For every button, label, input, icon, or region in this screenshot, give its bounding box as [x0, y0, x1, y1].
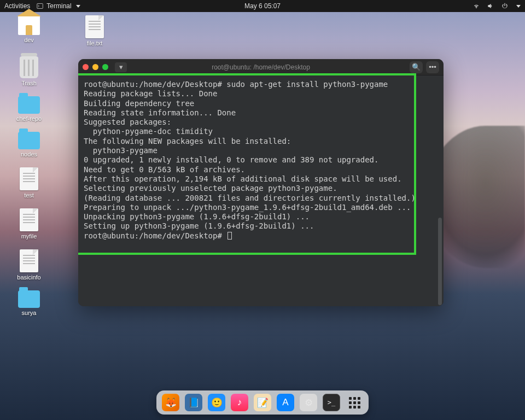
icon-label: chef-repo	[16, 115, 42, 122]
notes-icon: 📝	[257, 397, 269, 409]
terminal-titlebar[interactable]: ▾ root@ubuntu: /home/dev/Desktop 🔍 •••	[78, 59, 444, 75]
clock[interactable]: May 6 05:07	[244, 2, 281, 10]
gear-icon: ⚙	[305, 397, 313, 409]
new-tab-button[interactable]: ▾	[115, 62, 127, 72]
desktop-icon-dev[interactable]: dev	[10, 15, 48, 46]
desktop-icon-myfile[interactable]: myfile	[10, 208, 48, 240]
hamburger-menu-button[interactable]: •••	[426, 61, 439, 73]
icon-label: test	[24, 192, 34, 199]
dock: 🦊 📘 🙂 ♪ 📝 A ⚙ >_	[156, 390, 369, 415]
dock-app-appstore[interactable]: A	[277, 394, 294, 411]
chevron-down-icon	[76, 5, 80, 8]
window-minimize-button[interactable]	[92, 64, 98, 70]
finder-icon: 🙂	[211, 397, 223, 409]
folder-icon	[18, 132, 40, 149]
terminal-line: Preparing to unpack .../python3-pygame_1…	[84, 203, 411, 212]
terminal-icon: >_	[328, 399, 335, 406]
file-icon	[20, 249, 38, 272]
dock-app-finder[interactable]: 🙂	[208, 394, 225, 411]
dock-app-settings[interactable]: ⚙	[300, 394, 317, 411]
appstore-icon: A	[282, 397, 288, 408]
terminal-line: python-pygame-doc timidity	[84, 127, 213, 136]
icon-label: surya	[22, 310, 37, 316]
dock-show-applications[interactable]	[346, 394, 363, 411]
terminal-line: Setting up python3-pygame (1.9.6+dfsg-2b…	[84, 221, 314, 230]
active-app-label: Terminal	[46, 2, 71, 10]
terminal-output[interactable]: root@ubuntu:/home/dev/Desktop# sudo apt-…	[78, 75, 444, 245]
window-maximize-button[interactable]	[102, 64, 108, 70]
apps-grid-icon	[349, 397, 360, 409]
icon-label: basicinfo	[17, 274, 40, 281]
search-button[interactable]: 🔍	[410, 61, 423, 73]
terminal-prompt: root@ubuntu:/home/dev/Desktop#	[84, 231, 226, 240]
terminal-line: The following NEW packages will be insta…	[84, 137, 291, 145]
icon-label: nodes	[21, 151, 37, 158]
folder-icon	[18, 96, 40, 114]
svg-rect-0	[37, 4, 43, 9]
system-status-area[interactable]	[472, 2, 521, 10]
terminal-line: Building dependency tree	[84, 99, 194, 108]
desktop-icon-trash[interactable]: Trash	[10, 56, 48, 86]
search-icon: 🔍	[412, 63, 421, 71]
power-icon	[501, 2, 509, 10]
folder-icon	[18, 290, 40, 308]
dock-app-terminal[interactable]: >_	[323, 394, 340, 411]
terminal-title: root@ubuntu: /home/dev/Desktop	[212, 63, 310, 71]
terminal-body[interactable]: root@ubuntu:/home/dev/Desktop# sudo apt-…	[78, 75, 444, 306]
desktop-icon-file-txt[interactable]: file.txt	[75, 15, 114, 46]
file-icon	[20, 208, 38, 231]
home-icon	[18, 15, 40, 35]
menu-icon: •••	[429, 63, 436, 71]
terminal-line: Reading package lists... Done	[84, 89, 217, 98]
terminal-line: root@ubuntu:/home/dev/Desktop# sudo apt-…	[84, 80, 388, 89]
chevron-down-icon	[516, 5, 521, 8]
terminal-scrollbar[interactable]	[438, 218, 442, 305]
volume-icon	[487, 2, 494, 10]
desktop-icon-surya[interactable]: surya	[10, 290, 48, 316]
firefox-icon: 🦊	[165, 397, 177, 409]
active-app-menu[interactable]: Terminal	[37, 2, 80, 10]
dock-app-notes[interactable]: 📝	[254, 394, 271, 411]
terminal-line: (Reading database ... 200821 files and d…	[84, 194, 416, 202]
terminal-line: Reading state information... Done	[84, 108, 236, 117]
gnome-topbar: Activities Terminal May 6 05:07	[0, 0, 525, 12]
dock-app-firefox[interactable]: 🦊	[162, 394, 179, 411]
terminal-line: Suggested packages:	[84, 118, 171, 126]
terminal-line: Unpacking python3-pygame (1.9.6+dfsg-2bu…	[84, 212, 310, 221]
terminal-line: python3-pygame	[84, 146, 158, 155]
dock-app-files[interactable]: 📘	[185, 394, 202, 411]
icon-label: Trash	[21, 80, 37, 86]
terminal-cursor	[228, 232, 232, 240]
desktop-icon-test[interactable]: test	[10, 167, 48, 199]
terminal-window: ▾ root@ubuntu: /home/dev/Desktop 🔍 ••• r…	[78, 59, 444, 306]
files-icon: 📘	[188, 397, 200, 409]
icon-label: myfile	[21, 233, 37, 240]
desktop-icon-nodes[interactable]: nodes	[10, 132, 48, 158]
chevron-down-icon: ▾	[119, 63, 123, 71]
desktop-icon-chef-repo[interactable]: chef-repo	[10, 96, 48, 122]
music-icon: ♪	[237, 397, 242, 408]
window-close-button[interactable]	[83, 64, 89, 70]
wifi-icon	[472, 2, 480, 10]
icon-label: file.txt	[87, 40, 103, 46]
file-icon	[85, 15, 104, 38]
file-icon	[20, 167, 38, 190]
terminal-line: After this operation, 2,194 kB of additi…	[84, 174, 402, 183]
trash-icon	[20, 56, 38, 78]
terminal-line: Selecting previously unselected package …	[84, 184, 337, 192]
desktop-icon-basicinfo[interactable]: basicinfo	[10, 249, 48, 281]
terminal-line: 0 upgraded, 1 newly installed, 0 to remo…	[84, 155, 378, 164]
dock-app-music[interactable]: ♪	[231, 394, 248, 411]
icon-label: dev	[24, 37, 34, 43]
terminal-line: Need to get 0 B/563 kB of archives.	[84, 165, 245, 174]
